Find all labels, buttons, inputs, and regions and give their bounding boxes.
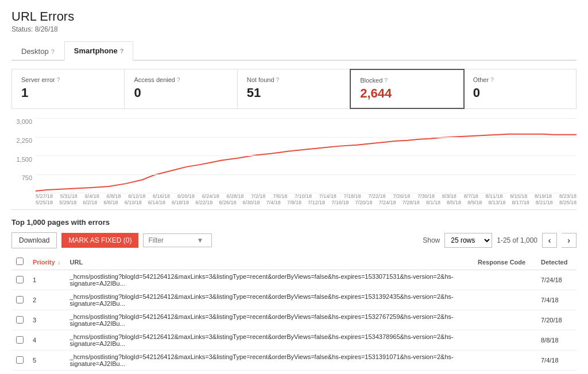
row-checkbox-4[interactable] <box>16 336 24 344</box>
table-header-row: Priority ↓ URL Response Code Detected <box>11 254 577 270</box>
row-priority: 3 <box>28 310 65 330</box>
metric-server-error[interactable]: Server error ? 1 <box>12 69 125 108</box>
row-url: _hcms/postlisting?blogId=542126412&maxLi… <box>65 371 473 375</box>
row-checkbox-cell <box>11 270 28 290</box>
row-checkbox-cell <box>11 330 28 350</box>
chart-y-labels: 3,000 2,250 1,500 750 <box>11 118 34 193</box>
not-found-label: Not found <box>247 76 274 83</box>
row-checkbox-cell <box>11 290 28 310</box>
chart-container: 3,000 2,250 1,500 750 5/27/18 5/31/18 6/… <box>11 118 577 210</box>
row-checkbox-5[interactable] <box>16 356 24 364</box>
row-detected: 7/24/18 <box>536 270 577 290</box>
page-status: Status: 8/26/18 <box>11 25 577 33</box>
row-priority: 6 <box>28 371 65 375</box>
metric-blocked[interactable]: Blocked ? 2,644 <box>350 69 464 109</box>
download-button[interactable]: Download <box>11 232 57 248</box>
blocked-value: 2,644 <box>360 86 454 101</box>
col-header-response[interactable]: Response Code <box>473 254 536 270</box>
chart-gridlines <box>36 118 577 193</box>
metrics-row: Server error ? 1 Access denied ? 0 Not f… <box>11 69 577 109</box>
access-denied-help: ? <box>177 77 180 83</box>
row-url: _hcms/postlisting?blogId=542126412&maxLi… <box>65 270 473 290</box>
row-url: _hcms/postlisting?blogId=542126412&maxLi… <box>65 290 473 310</box>
row-detected: 7/4/18 <box>536 290 577 310</box>
x-labels-top: 5/27/18 5/31/18 6/4/18 6/8/18 6/12/18 6/… <box>36 193 577 199</box>
y-label-3000: 3,000 <box>11 118 34 125</box>
row-checkbox-cell <box>11 310 28 330</box>
table-row: 3 _hcms/postlisting?blogId=542126412&max… <box>11 310 577 330</box>
table-row: 1 _hcms/postlisting?blogId=542126412&max… <box>11 270 577 290</box>
show-label: Show <box>423 236 440 244</box>
chart-x-labels: 5/27/18 5/31/18 6/4/18 6/8/18 6/12/18 6/… <box>36 193 577 209</box>
next-page-button[interactable]: › <box>562 233 577 248</box>
metric-not-found[interactable]: Not found ? 51 <box>238 69 350 108</box>
row-url: _hcms/postlisting?blogId=542126412&maxLi… <box>65 330 473 350</box>
table-row: 5 _hcms/postlisting?blogId=542126412&max… <box>11 350 577 371</box>
gridline-3 <box>36 155 577 156</box>
y-label-750: 750 <box>11 174 34 181</box>
filter-input-wrapper: ▼ <box>143 233 212 247</box>
not-found-value: 51 <box>247 85 341 100</box>
filter-input[interactable] <box>148 236 194 244</box>
row-priority: 5 <box>28 350 65 371</box>
table-row: 2 _hcms/postlisting?blogId=542126412&max… <box>11 290 577 310</box>
blocked-help: ? <box>384 77 388 84</box>
chart-area <box>36 118 577 193</box>
toolbar: Download MARK AS FIXED (0) ▼ Show 25 row… <box>11 232 577 248</box>
tab-smartphone[interactable]: Smartphone ? <box>64 41 134 61</box>
tab-desktop-label: Desktop <box>21 47 49 56</box>
row-detected: 7/20/18 <box>536 310 577 330</box>
prev-page-button[interactable]: ‹ <box>542 233 557 248</box>
tabs-container: Desktop ? Smartphone ? <box>11 41 577 61</box>
row-detected: 8/9/18 <box>536 371 577 375</box>
row-response <box>473 330 536 350</box>
metric-other[interactable]: Other ? 0 <box>464 69 576 108</box>
row-response <box>473 290 536 310</box>
page-title: URL Errors <box>11 9 577 24</box>
row-checkbox-2[interactable] <box>16 296 24 303</box>
row-response <box>473 270 536 290</box>
row-checkbox-cell <box>11 371 28 375</box>
row-response <box>473 310 536 330</box>
server-error-label: Server error <box>21 76 55 83</box>
table-section-title: Top 1,000 pages with errors <box>11 218 577 227</box>
desktop-help-icon: ? <box>51 48 55 55</box>
tab-smartphone-label: Smartphone <box>74 46 118 55</box>
server-error-value: 1 <box>21 85 115 100</box>
row-priority: 4 <box>28 330 65 350</box>
row-url: _hcms/postlisting?blogId=542126412&maxLi… <box>65 350 473 371</box>
pagination-info: 1-25 of 1,000 <box>497 236 537 244</box>
other-label: Other <box>473 76 489 83</box>
server-error-help: ? <box>57 77 60 83</box>
col-header-url[interactable]: URL <box>65 254 473 270</box>
blocked-label: Blocked <box>360 77 382 84</box>
row-response <box>473 371 536 375</box>
row-url: _hcms/postlisting?blogId=542126412&maxLi… <box>65 310 473 330</box>
row-detected: 7/4/18 <box>536 350 577 371</box>
row-checkbox-cell <box>11 350 28 371</box>
gridline-4 <box>36 174 577 175</box>
data-table: Priority ↓ URL Response Code Detected 1 … <box>11 254 577 374</box>
y-label-1500: 1,500 <box>11 156 34 163</box>
table-row: 4 _hcms/postlisting?blogId=542126412&max… <box>11 330 577 350</box>
other-value: 0 <box>473 85 567 100</box>
gridline-2 <box>36 137 577 138</box>
col-header-detected[interactable]: Detected <box>536 254 577 270</box>
y-label-2250: 2,250 <box>11 137 34 144</box>
x-labels-bottom: 5/25/18 5/29/18 6/2/18 6/6/18 6/10/18 6/… <box>36 200 577 205</box>
filter-icon: ▼ <box>196 236 203 244</box>
table-row: 6 _hcms/postlisting?blogId=542126412&max… <box>11 371 577 375</box>
row-priority: 2 <box>28 290 65 310</box>
access-denied-value: 0 <box>134 85 227 100</box>
tab-desktop[interactable]: Desktop ? <box>11 41 64 61</box>
row-checkbox-1[interactable] <box>16 276 24 283</box>
row-response <box>473 350 536 371</box>
row-checkbox-3[interactable] <box>16 316 24 324</box>
col-header-priority[interactable]: Priority ↓ <box>28 254 65 270</box>
row-detected: 8/8/18 <box>536 330 577 350</box>
rows-select[interactable]: 25 rows 50 rows 100 rows <box>444 233 492 248</box>
select-all-checkbox[interactable] <box>16 258 24 265</box>
access-denied-label: Access denied <box>134 76 175 83</box>
metric-access-denied[interactable]: Access denied ? 0 <box>125 69 237 108</box>
mark-fixed-button[interactable]: MARK AS FIXED (0) <box>61 233 138 248</box>
